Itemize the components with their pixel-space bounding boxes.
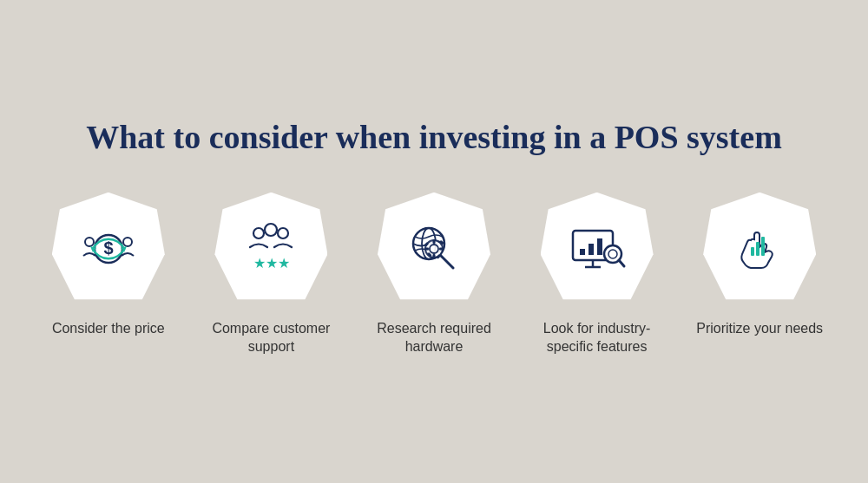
main-container: What to consider when investing in a POS… [0,101,868,382]
card-prioritize-needs: Prioritize your needs [686,193,833,338]
cards-row: $ Consider [35,193,833,356]
svg-rect-35 [756,242,760,256]
svg-point-6 [253,228,264,238]
page-title: What to consider when investing in a POS… [86,118,782,158]
svg-rect-34 [751,247,754,256]
needs-icon [728,218,791,280]
svg-line-24 [441,256,453,268]
features-label: Look for industry-specific features [523,319,671,356]
support-label: Compare customer support [198,319,345,356]
svg-rect-17 [433,254,436,258]
svg-rect-16 [433,239,436,244]
svg-rect-36 [761,237,765,256]
hexagon-features [541,193,654,305]
hexagon-price: $ [52,193,165,305]
price-label: Consider the price [52,319,165,338]
card-consider-price: $ Consider [35,193,182,338]
card-compare-support: ★ ★ ★ Compare customer support [198,193,345,356]
svg-rect-28 [597,238,602,255]
card-research-hardware: Research required hardware [360,193,508,356]
hexagon-hardware [378,193,490,305]
features-icon [566,218,628,280]
hexagon-support: ★ ★ ★ [214,193,327,305]
svg-text:★: ★ [266,256,278,271]
hardware-label: Research required hardware [360,319,508,356]
svg-text:$: $ [103,238,113,258]
svg-text:★: ★ [253,256,266,271]
svg-rect-26 [580,249,585,255]
svg-line-33 [619,260,624,266]
svg-rect-19 [439,247,444,250]
svg-point-2 [85,238,94,246]
support-icon: ★ ★ ★ [240,218,302,280]
svg-text:★: ★ [278,256,290,271]
price-icon: $ [77,218,140,280]
needs-label: Prioritize your needs [696,319,823,338]
svg-point-8 [278,228,288,238]
card-industry-features: Look for industry-specific features [523,193,671,356]
svg-rect-18 [424,247,429,250]
svg-point-7 [265,224,277,236]
svg-rect-27 [589,244,594,255]
hardware-icon [403,218,465,280]
svg-point-3 [123,238,132,246]
hexagon-needs [703,193,816,305]
